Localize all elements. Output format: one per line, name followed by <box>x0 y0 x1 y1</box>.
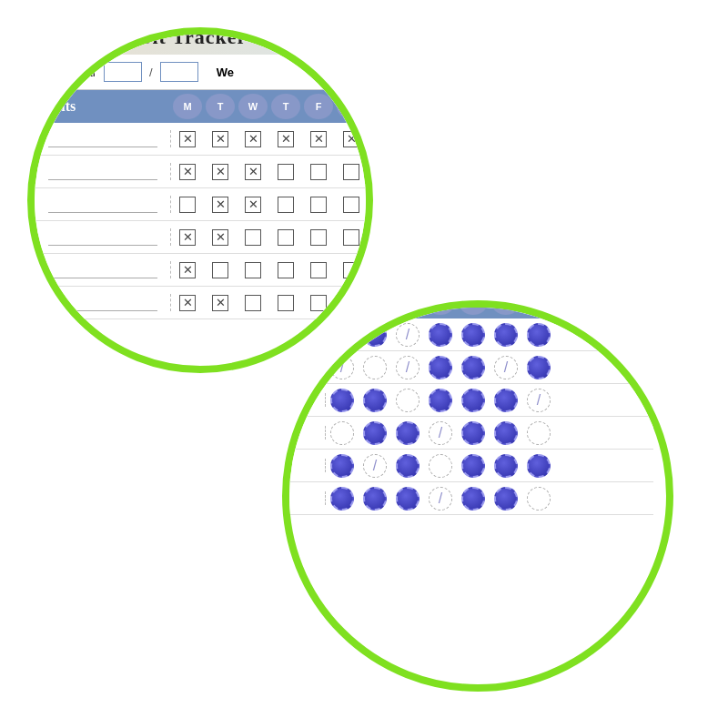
diet-dot-2[interactable] <box>363 421 387 445</box>
back-habit-name-1 <box>27 130 171 147</box>
cell-1-7[interactable]: ✕ <box>369 125 373 154</box>
front-habit-diet: Diet <box>282 417 653 450</box>
front-water-label: Water <box>282 328 326 341</box>
month-input-back[interactable] <box>104 62 142 82</box>
checkbox-1-6[interactable]: ✕ <box>343 131 359 147</box>
cell-2-4[interactable] <box>271 157 300 187</box>
cell-1-3[interactable]: ✕ <box>238 125 268 154</box>
cell-1-1[interactable]: ✕ <box>173 125 202 154</box>
day-T1: T <box>206 94 235 119</box>
front-habit-exercise: Exercise <box>282 351 653 384</box>
back-habit-row-2: ✕ ✕ ✕ <box>27 156 373 188</box>
back-habit-row-3: ✕ ✕ <box>27 188 373 221</box>
back-cells-1: ✕ ✕ ✕ ✕ ✕ ✕ ✕ <box>171 125 373 154</box>
ex-dot-3[interactable] <box>396 356 420 379</box>
cell-1-6[interactable]: ✕ <box>337 125 366 154</box>
cell-1-2[interactable]: ✕ <box>206 125 235 154</box>
checkbox-1-2[interactable]: ✕ <box>212 131 228 147</box>
front-habit-water: Water <box>282 318 653 351</box>
sleep-dot-3[interactable] <box>396 454 420 478</box>
cell-1-4[interactable]: ✕ <box>271 125 300 154</box>
front-diet-label: Diet <box>282 426 326 440</box>
back-habit-name-6 <box>27 294 171 311</box>
day-T2: T <box>271 94 300 119</box>
steps-dot-7[interactable] <box>527 389 551 412</box>
steps-dot-5[interactable] <box>461 389 485 412</box>
cell-1-5[interactable]: ✕ <box>304 125 333 154</box>
back-habit-name-2 <box>27 163 171 180</box>
sleep-dot-2[interactable] <box>363 454 387 478</box>
cell-2-2[interactable]: ✕ <box>206 157 235 187</box>
ng-dot-7[interactable] <box>527 487 551 511</box>
front-exercise-cells <box>326 353 653 382</box>
cell-2-6[interactable] <box>337 157 366 187</box>
back-title: Weekly Habit Tracker <box>27 27 373 55</box>
water-dot-1[interactable] <box>330 323 354 347</box>
checkbox-1-5[interactable]: ✕ <box>310 131 327 147</box>
steps-dot-4[interactable] <box>429 389 452 412</box>
cell-2-5[interactable] <box>304 157 333 187</box>
water-dot-3[interactable] <box>396 323 420 347</box>
diet-dot-7[interactable] <box>527 421 551 445</box>
day-M: M <box>173 94 202 119</box>
front-diet-cells <box>326 419 653 448</box>
front-steps-cells <box>326 386 653 415</box>
ex-dot-4[interactable] <box>429 356 452 379</box>
ex-dot-5[interactable] <box>461 356 485 379</box>
diet-dot-6[interactable] <box>494 421 518 445</box>
steps-dot-1[interactable] <box>330 389 354 412</box>
diet-dot-3[interactable] <box>396 421 420 445</box>
day-S1: S <box>337 94 366 119</box>
back-month-row: Month/Year / We <box>27 55 373 90</box>
ex-dot-2[interactable] <box>363 356 387 379</box>
checkbox-1-1[interactable]: ✕ <box>179 131 196 147</box>
ex-dot-7[interactable] <box>527 356 551 379</box>
front-habit-ng: ng <box>282 482 653 515</box>
sleep-dot-6[interactable] <box>494 454 518 478</box>
year-input-back[interactable] <box>160 62 198 82</box>
front-tracker: Weekly Habit Tracker Month/Year / We Hab… <box>282 300 653 515</box>
back-habit-row-5: ✕ <box>27 254 373 287</box>
ng-dot-1[interactable] <box>330 487 354 511</box>
back-tracker: Weekly Habit Tracker Month/Year / We Hab… <box>27 27 373 319</box>
diet-dot-5[interactable] <box>461 421 485 445</box>
steps-dot-2[interactable] <box>363 389 387 412</box>
checkbox-1-4[interactable]: ✕ <box>278 131 294 147</box>
front-habit-sleep: Sleep <box>282 450 653 482</box>
front-day-cols: M T W T F S S <box>326 300 653 315</box>
cell-2-1[interactable]: ✕ <box>173 157 202 187</box>
ng-dot-3[interactable] <box>396 487 420 511</box>
cell-2-7[interactable] <box>369 157 373 187</box>
back-cells-3: ✕ ✕ <box>171 190 373 219</box>
water-dot-4[interactable] <box>429 323 452 347</box>
ex-dot-6[interactable] <box>494 356 518 379</box>
water-dot-5[interactable] <box>461 323 485 347</box>
checkbox-1-3[interactable]: ✕ <box>245 131 261 147</box>
sleep-dot-7[interactable] <box>527 454 551 478</box>
ng-dot-4[interactable] <box>429 487 452 511</box>
front-circle: Weekly Habit Tracker Month/Year / We Hab… <box>282 300 673 692</box>
steps-dot-6[interactable] <box>494 389 518 412</box>
water-dot-7[interactable] <box>527 323 551 347</box>
back-habit-name-5 <box>27 261 171 278</box>
sleep-dot-4[interactable] <box>429 454 452 478</box>
ng-dot-6[interactable] <box>494 487 518 511</box>
sleep-dot-1[interactable] <box>330 454 354 478</box>
water-dot-2[interactable] <box>363 323 387 347</box>
water-dot-6[interactable] <box>494 323 518 347</box>
cell-2-3[interactable]: ✕ <box>238 157 268 187</box>
diet-dot-4[interactable] <box>429 421 452 445</box>
back-header-row: Habits M T W T F S S <box>27 90 373 123</box>
front-day-W: W <box>393 300 422 315</box>
steps-dot-3[interactable] <box>396 389 420 412</box>
ng-dot-2[interactable] <box>363 487 387 511</box>
back-cells-5: ✕ <box>171 256 373 285</box>
ex-dot-1[interactable] <box>330 356 354 379</box>
front-day-T2: T <box>426 300 455 315</box>
ng-dot-5[interactable] <box>461 487 485 511</box>
back-habits-label: Habits <box>27 98 171 115</box>
day-F: F <box>304 94 333 119</box>
front-day-F: F <box>459 300 488 315</box>
diet-dot-1[interactable] <box>330 421 354 445</box>
sleep-dot-5[interactable] <box>461 454 485 478</box>
